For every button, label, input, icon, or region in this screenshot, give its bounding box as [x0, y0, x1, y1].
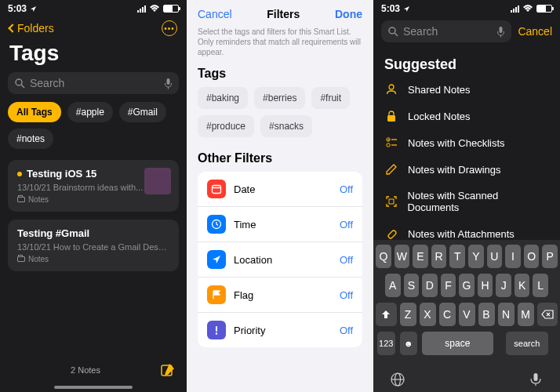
- suggestion-row[interactable]: Notes with Checklists: [373, 129, 560, 156]
- shift-key[interactable]: [376, 303, 397, 326]
- dictation-key[interactable]: [528, 372, 544, 387]
- suggestion-row[interactable]: Locked Notes: [373, 103, 560, 129]
- suggestion-label: Notes with Attachments: [408, 228, 515, 240]
- priority-icon: [207, 321, 226, 339]
- key-n[interactable]: N: [498, 303, 515, 326]
- key-c[interactable]: C: [439, 303, 456, 326]
- svg-rect-24: [534, 373, 538, 381]
- numbers-key[interactable]: 123: [377, 332, 395, 355]
- key-w[interactable]: W: [395, 245, 410, 268]
- tag-chip[interactable]: #produce: [198, 115, 254, 137]
- note-title: Testing #Gmail: [17, 227, 169, 239]
- suggestion-row[interactable]: Shared Notes: [373, 76, 560, 103]
- battery-icon: [536, 5, 552, 13]
- key-j[interactable]: J: [496, 274, 511, 297]
- key-v[interactable]: V: [459, 303, 475, 326]
- key-p[interactable]: P: [542, 245, 558, 268]
- key-f[interactable]: F: [441, 274, 456, 297]
- space-key[interactable]: space: [422, 332, 493, 355]
- key-h[interactable]: H: [478, 274, 493, 297]
- suggestion-label: Notes with Checklists: [408, 137, 505, 149]
- backspace-key[interactable]: [537, 303, 558, 326]
- key-b[interactable]: B: [478, 303, 495, 326]
- key-y[interactable]: Y: [468, 245, 484, 268]
- tag-pill[interactable]: All Tags: [8, 102, 61, 122]
- key-g[interactable]: G: [459, 274, 475, 297]
- checklist-icon: [384, 136, 398, 149]
- svg-rect-2: [167, 78, 170, 85]
- note-card[interactable]: Testing iOS 15 13/10/21 Brainstorm ideas…: [8, 160, 179, 212]
- search-input[interactable]: Search: [8, 72, 179, 94]
- scan-icon: [384, 195, 398, 208]
- status-time: 5:03: [8, 3, 37, 14]
- cancel-button[interactable]: Cancel: [198, 8, 232, 20]
- nav-bar: Cancel Filters Done: [187, 0, 373, 27]
- key-e[interactable]: E: [413, 245, 428, 268]
- other-filters-header: Other Filters: [187, 151, 373, 172]
- key-u[interactable]: U: [487, 245, 503, 268]
- globe-key[interactable]: [390, 372, 405, 387]
- key-s[interactable]: S: [404, 274, 420, 297]
- key-z[interactable]: Z: [400, 303, 416, 326]
- status-indicators: [137, 5, 179, 13]
- battery-icon: [163, 5, 179, 13]
- filter-row[interactable]: Priority Off: [198, 313, 362, 347]
- svg-rect-5: [213, 186, 221, 194]
- search-input[interactable]: Search: [381, 20, 511, 42]
- back-button[interactable]: Folders: [9, 22, 54, 34]
- key-k[interactable]: K: [515, 274, 530, 297]
- key-l[interactable]: L: [533, 274, 548, 297]
- tag-chip[interactable]: #snacks: [260, 115, 312, 137]
- compose-button[interactable]: [160, 362, 176, 378]
- key-a[interactable]: A: [385, 274, 401, 297]
- svg-rect-8: [216, 326, 217, 332]
- filter-row[interactable]: Location Off: [198, 242, 362, 278]
- location-icon: [207, 250, 226, 269]
- search-key[interactable]: search: [506, 332, 548, 355]
- key-m[interactable]: M: [518, 303, 534, 326]
- mic-icon[interactable]: [164, 78, 173, 89]
- cancel-button[interactable]: Cancel: [518, 25, 552, 38]
- svg-point-18: [387, 143, 390, 147]
- tag-pill[interactable]: #apple: [67, 102, 113, 122]
- filters-screen: Cancel Filters Done Select the tags and …: [187, 0, 373, 392]
- nav-bar: Folders •••: [0, 16, 187, 41]
- note-count: 2 Notes: [11, 365, 160, 375]
- emoji-key[interactable]: ☻: [400, 332, 418, 355]
- clock-icon: [207, 215, 226, 234]
- folder-icon: [17, 256, 25, 262]
- page-title: Tags: [0, 41, 187, 72]
- key-d[interactable]: D: [422, 274, 438, 297]
- key-i[interactable]: I: [505, 245, 521, 268]
- done-button[interactable]: Done: [335, 8, 362, 20]
- svg-line-11: [395, 33, 398, 36]
- key-r[interactable]: R: [431, 245, 447, 268]
- key-q[interactable]: Q: [376, 245, 391, 268]
- suggestion-row[interactable]: Notes with Scanned Documents: [373, 183, 560, 220]
- mic-icon[interactable]: [496, 26, 505, 38]
- tag-filter-row: All Tags#apple#Gmail#notes: [0, 102, 187, 160]
- tag-pill[interactable]: #notes: [8, 129, 53, 149]
- person-icon: [384, 83, 398, 96]
- more-button[interactable]: •••: [162, 20, 177, 36]
- tag-pill[interactable]: #Gmail: [119, 102, 166, 122]
- filter-row[interactable]: Date Off: [198, 172, 362, 207]
- status-bar: 5:03: [0, 0, 187, 16]
- folder-icon: [17, 197, 25, 202]
- keyboard[interactable]: QWERTYUIOP ASDFGHJKL ZXCVBNM 123 ☻ space…: [373, 240, 560, 392]
- tag-chip[interactable]: #fruit: [311, 87, 350, 109]
- suggestion-label: Locked Notes: [408, 111, 471, 122]
- note-card[interactable]: Testing #Gmail 13/10/21 How to Create a …: [8, 220, 179, 271]
- notes-tags-screen: 5:03 Folders ••• Tags Search All Tags#ap…: [0, 0, 187, 392]
- key-o[interactable]: O: [524, 245, 540, 268]
- key-t[interactable]: T: [449, 245, 465, 268]
- suggestion-label: Notes with Scanned Documents: [408, 190, 549, 213]
- tag-chip[interactable]: #baking: [198, 87, 248, 109]
- suggestion-row[interactable]: Notes with Drawings: [373, 156, 560, 183]
- home-indicator[interactable]: [54, 386, 133, 389]
- key-x[interactable]: X: [420, 303, 436, 326]
- search-icon: [14, 78, 25, 89]
- tag-chip[interactable]: #berries: [254, 87, 305, 109]
- filter-row[interactable]: Time Off: [198, 207, 362, 242]
- filter-row[interactable]: Flag Off: [198, 278, 362, 313]
